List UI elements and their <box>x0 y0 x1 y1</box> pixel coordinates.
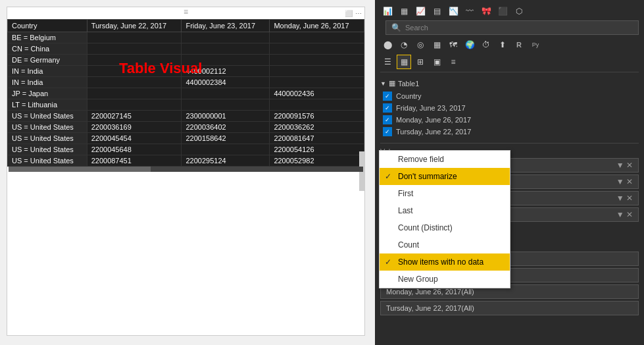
col-header-date2[interactable]: Friday, June 23, 2017 <box>182 20 270 32</box>
table-cell <box>270 99 364 111</box>
field-checkbox[interactable]: ✓ <box>383 92 392 101</box>
field-item[interactable]: ✓Country <box>380 90 639 102</box>
table-cell: US = United States <box>8 111 87 122</box>
menu-item-label: Remove field <box>398 155 444 164</box>
table-header-row: Country Tursday, June 22, 2017 Friday, J… <box>8 20 364 32</box>
field-label: Country <box>396 92 422 100</box>
filled-map-icon[interactable]: 🌍 <box>462 38 477 52</box>
field-checkbox[interactable]: ✓ <box>383 115 392 124</box>
filter-label: Tursday, June 22, 2017(All) <box>386 304 474 312</box>
table-cell <box>182 43 270 55</box>
viz-toolbar: 📊 ▦ 📈 ▤ 📉 〰 🎀 ⬛ ⬡ 🔍 ⬤ ◔ ◎ ▦ 🗺 🌍 ⏱ ⬆ R <box>375 0 644 69</box>
search-icon: 🔍 <box>391 23 401 32</box>
table-row: CN = China <box>8 43 364 55</box>
table-cell <box>87 43 182 55</box>
left-panel: ≡ ⬜ ⋯ Table Visual Country Tursday, June… <box>0 0 375 345</box>
bottom-scrollbar-thumb[interactable] <box>9 167 151 172</box>
donut-icon[interactable]: ◎ <box>413 38 428 52</box>
field-item[interactable]: ✓Friday, June 23, 2017 <box>380 102 639 114</box>
stacked-col-icon[interactable]: ▤ <box>430 4 444 18</box>
context-menu-item[interactable]: Remove field <box>380 151 510 168</box>
chip-remove[interactable]: ▼ ✕ <box>616 194 633 203</box>
col-chart-icon[interactable]: 📈 <box>413 4 428 18</box>
table-row: US = United States22000456482200054126 <box>8 144 364 155</box>
search-bar[interactable]: 🔍 <box>385 20 639 35</box>
pie-icon[interactable]: ◔ <box>397 38 411 52</box>
search-input[interactable] <box>405 24 633 32</box>
field-item[interactable]: ✓Monday, June 26, 2017 <box>380 114 639 126</box>
col-header-country[interactable]: Country <box>8 20 87 32</box>
table-row: US = United States2200036169220003640222… <box>8 122 364 133</box>
matrix-icon[interactable]: ⊞ <box>413 55 428 69</box>
table-visual-label: Table Visual <box>119 60 202 77</box>
r-icon[interactable]: R <box>512 38 526 52</box>
ribbon-icon[interactable]: 🎀 <box>479 4 493 18</box>
field-label: Monday, June 26, 2017 <box>396 116 471 124</box>
context-menu-item[interactable]: New Group <box>380 271 510 288</box>
kpi-icon[interactable]: ⬆ <box>495 38 510 52</box>
stacked-bar-icon[interactable]: ▦ <box>397 4 411 18</box>
table-cell: 2200036169 <box>87 122 182 133</box>
menu-check-icon: ✓ <box>385 257 391 267</box>
more-icon[interactable]: ⋯ <box>355 10 362 17</box>
table-cell: 2200081647 <box>270 133 364 144</box>
table-cell: 2200054126 <box>270 144 364 155</box>
table-icon-small: ▦ <box>389 79 395 88</box>
table-icon active[interactable]: ▦ <box>397 55 411 69</box>
slicer-icon[interactable]: ☰ <box>380 55 395 69</box>
context-menu-item[interactable]: Count (Distinct) <box>380 219 510 236</box>
table-cell: JP = Japan <box>8 88 87 99</box>
context-menu-item[interactable]: ✓Don't summarize <box>380 168 510 185</box>
waterfall-icon[interactable]: ⬛ <box>495 4 510 18</box>
line-chart-icon[interactable]: 📉 <box>446 4 460 18</box>
table-cell <box>87 77 182 88</box>
drag-handle[interactable]: ≡ <box>184 7 188 16</box>
viz-row-2: ⬤ ◔ ◎ ▦ 🗺 🌍 ⏱ ⬆ R Py <box>380 38 639 52</box>
table-cell <box>87 88 182 99</box>
table-row: IN = India4400002384 <box>8 77 364 88</box>
col-header-date1[interactable]: Tursday, June 22, 2017 <box>87 20 182 32</box>
col-header-date3[interactable]: Monday, June 26, 2017 <box>270 20 364 32</box>
table-cell: 2200036402 <box>182 122 270 133</box>
field-checkbox[interactable]: ✓ <box>383 103 392 113</box>
gauge-icon[interactable]: ⏱ <box>479 38 493 52</box>
table-row: BE = Belgium <box>8 32 364 43</box>
table-cell: 2200045454 <box>87 133 182 144</box>
py-icon[interactable]: Py <box>528 38 543 52</box>
table-cell: US = United States <box>8 122 87 133</box>
context-menu-item[interactable]: ✓Show items with no data <box>380 253 510 271</box>
table-cell: 4400002436 <box>270 88 364 99</box>
table-cell <box>182 88 270 99</box>
treemap-icon[interactable]: ▦ <box>430 38 444 52</box>
field-label: Friday, June 23, 2017 <box>396 104 466 112</box>
map-icon[interactable]: 🗺 <box>446 38 460 52</box>
table-cell <box>182 144 270 155</box>
card-icon[interactable]: ▣ <box>430 55 444 69</box>
area-chart-icon[interactable]: 〰 <box>462 4 477 18</box>
table-row: JP = Japan4400002436 <box>8 88 364 99</box>
table-cell <box>87 32 182 43</box>
chip-remove[interactable]: ▼ ✕ <box>616 210 633 219</box>
chip-remove[interactable]: ▼ ✕ <box>616 177 633 186</box>
field-item[interactable]: ✓Tursday, June 22, 2017 <box>380 126 639 138</box>
bottom-scrollbar[interactable] <box>9 167 363 172</box>
table-cell: 2200158642 <box>182 133 270 144</box>
table-row: US = United States2200045454220015864222… <box>8 133 364 144</box>
table-cell: CN = China <box>8 43 87 55</box>
context-menu-item[interactable]: Count <box>380 236 510 253</box>
table-cell: IN = India <box>8 77 87 88</box>
context-menu-item[interactable]: First <box>380 185 510 202</box>
funnel-icon[interactable]: ⬡ <box>512 4 526 18</box>
table-cell <box>270 32 364 43</box>
menu-item-label: New Group <box>398 275 438 284</box>
fields-list: ✓Country✓Friday, June 23, 2017✓Monday, J… <box>380 90 639 138</box>
field-checkbox[interactable]: ✓ <box>383 127 392 136</box>
table-cell <box>182 99 270 111</box>
context-menu-item[interactable]: Last <box>380 202 510 219</box>
filter-chip[interactable]: Tursday, June 22, 2017(All) <box>380 301 639 315</box>
multirow-icon[interactable]: ≡ <box>446 55 460 69</box>
bar-chart-icon[interactable]: 📊 <box>380 4 395 18</box>
expand-icon[interactable]: ⬜ <box>345 10 353 17</box>
chip-remove[interactable]: ▼ ✕ <box>616 161 633 170</box>
scatter-icon[interactable]: ⬤ <box>380 38 395 52</box>
